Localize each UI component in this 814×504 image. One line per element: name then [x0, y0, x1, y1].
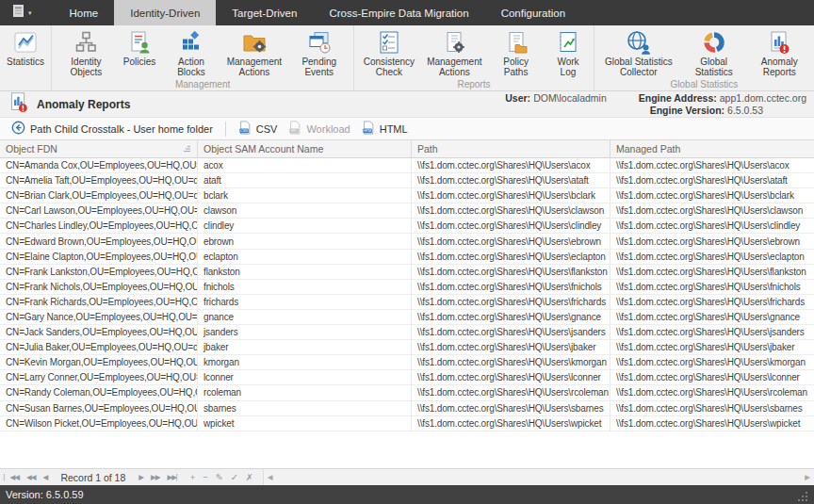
table-cell[interactable]: \\fs1.dom.cctec.org\Shares\HQ\Users\wpic… — [610, 416, 814, 431]
table-cell[interactable]: CN=Frank Lankston,OU=Employees,OU=HQ,OU=… — [0, 265, 198, 279]
table-cell[interactable]: CN=Amelia Taft,OU=Employees,OU=HQ,OU=dom… — [0, 173, 198, 187]
table-cell[interactable]: acox — [198, 158, 412, 172]
ribbon-button-action-blocks[interactable]: Action Blocks — [160, 27, 221, 77]
table-row[interactable]: CN=Larry Conner,OU=Employees,OU=HQ,OU=do… — [0, 370, 814, 385]
table-cell[interactable]: \\fs1.dom.cctec.org\Shares\HQ\Users\flan… — [412, 265, 610, 279]
table-cell[interactable]: CN=Amanda Cox,OU=Employees,OU=HQ,OU=dom,… — [0, 158, 198, 172]
table-cell[interactable]: CN=Jack Sanders,OU=Employees,OU=HQ,OU=do… — [0, 325, 198, 339]
table-cell[interactable]: \\fs1.dom.cctec.org\Shares\HQ\Users\clin… — [412, 219, 610, 233]
table-cell[interactable]: wpicket — [198, 416, 412, 431]
table-row[interactable]: CN=Frank Lankston,OU=Employees,OU=HQ,OU=… — [0, 265, 814, 280]
column-header-object-fdn[interactable]: Object FDN — [0, 140, 198, 157]
next-record-button[interactable]: ▶ — [135, 473, 147, 481]
table-cell[interactable]: CN=Frank Nichols,OU=Employees,OU=HQ,OU=d… — [0, 280, 198, 294]
edit-record-button[interactable]: ✎ — [212, 472, 227, 482]
table-cell[interactable]: CN=Susan Barnes,OU=Employees,OU=HQ,OU=do… — [0, 401, 198, 415]
table-cell[interactable]: \\fs1.dom.cctec.org\Shares\HQ\Users\bcla… — [412, 188, 610, 203]
next-page-button[interactable]: ▶▶ — [147, 473, 164, 481]
table-cell[interactable]: eclapton — [198, 250, 412, 264]
table-cell[interactable]: frichards — [198, 295, 412, 309]
table-row[interactable]: CN=Elaine Clapton,OU=Employees,OU=HQ,OU=… — [0, 250, 814, 265]
table-row[interactable]: CN=Jack Sanders,OU=Employees,OU=HQ,OU=do… — [0, 325, 814, 340]
tab-identity-driven[interactable]: Identity-Driven — [114, 0, 216, 25]
table-row[interactable]: CN=Charles Lindley,OU=Employees,OU=HQ,OU… — [0, 219, 814, 234]
table-cell[interactable]: \\fs1.dom.cctec.org\Shares\HQ\Users\acox — [610, 158, 814, 172]
delete-record-button[interactable]: − — [199, 472, 212, 482]
ribbon-button-policies[interactable]: Policies — [119, 27, 160, 67]
previous-page-button[interactable]: ◀◀ — [23, 473, 40, 481]
ribbon-button-work-log[interactable]: Work Log — [545, 27, 592, 77]
table-cell[interactable]: CN=Brian Clark,OU=Employees,OU=HQ,OU=dom… — [0, 188, 198, 203]
table-cell[interactable]: \\fs1.dom.cctec.org\Shares\HQ\Users\wpic… — [412, 416, 610, 431]
table-cell[interactable]: fnichols — [198, 280, 412, 294]
export-workload-button[interactable]: WKL Workload — [283, 118, 355, 139]
table-cell[interactable]: lconner — [198, 370, 412, 384]
column-header-managed-path[interactable]: Managed Path — [610, 140, 814, 157]
table-cell[interactable]: \\fs1.dom.cctec.org\Shares\HQ\Users\ataf… — [412, 173, 610, 187]
table-row[interactable]: CN=Frank Nichols,OU=Employees,OU=HQ,OU=d… — [0, 280, 814, 295]
ribbon-button-global-statistics-collector[interactable]: Global Statistics Collector — [596, 27, 681, 77]
column-header-object-sam-account-name[interactable]: Object SAM Account Name — [198, 140, 412, 157]
table-cell[interactable]: CN=Kevin Morgan,OU=Employees,OU=HQ,OU=do… — [0, 355, 198, 369]
table-cell[interactable]: flankston — [198, 265, 412, 279]
table-row[interactable]: CN=Carl Lawson,OU=Employees,OU=HQ,OU=dom… — [0, 203, 814, 219]
table-cell[interactable]: \\fs1.dom.cctec.org\Shares\HQ\Users\fric… — [412, 295, 610, 309]
table-row[interactable]: CN=Amanda Cox,OU=Employees,OU=HQ,OU=dom,… — [0, 158, 814, 173]
table-cell[interactable]: \\fs1.dom.cctec.org\Shares\HQ\Users\ebro… — [610, 234, 814, 248]
table-row[interactable]: CN=Edward Brown,OU=Employees,OU=HQ,OU=do… — [0, 234, 814, 249]
table-cell[interactable]: \\fs1.dom.cctec.org\Shares\HQ\Users\kmor… — [412, 355, 610, 369]
table-cell[interactable]: clindley — [198, 219, 412, 233]
table-cell[interactable]: gnance — [198, 310, 412, 324]
ribbon-button-statistics[interactable]: Statistics — [2, 27, 49, 67]
table-cell[interactable]: CN=Frank Richards,OU=Employees,OU=HQ,OU=… — [0, 295, 198, 309]
table-cell[interactable]: \\fs1.dom.cctec.org\Shares\HQ\Users\rcol… — [412, 385, 610, 399]
table-cell[interactable]: ebrown — [198, 234, 412, 248]
post-edit-button[interactable]: ✓ — [227, 472, 242, 482]
table-cell[interactable]: \\fs1.dom.cctec.org\Shares\HQ\Users\gnan… — [412, 310, 610, 324]
ribbon-button-consistency-check[interactable]: Consistency Check — [356, 27, 421, 77]
table-cell[interactable]: \\fs1.dom.cctec.org\Shares\HQ\Users\ataf… — [610, 173, 814, 187]
table-cell[interactable]: \\fs1.dom.cctec.org\Shares\HQ\Users\sbar… — [610, 401, 814, 415]
table-cell[interactable]: \\fs1.dom.cctec.org\Shares\HQ\Users\fnic… — [412, 280, 610, 294]
table-cell[interactable]: \\fs1.dom.cctec.org\Shares\HQ\Users\jbak… — [610, 340, 814, 354]
table-row[interactable]: CN=Randy Coleman,OU=Employees,OU=HQ,OU=d… — [0, 385, 814, 400]
horizontal-scrollbar[interactable]: ◀ ▶ — [263, 469, 814, 485]
scroll-right-icon[interactable]: ▶ — [801, 473, 814, 481]
table-cell[interactable]: \\fs1.dom.cctec.org\Shares\HQ\Users\claw… — [412, 203, 610, 218]
table-cell[interactable]: \\fs1.dom.cctec.org\Shares\HQ\Users\fric… — [610, 295, 814, 309]
table-cell[interactable]: \\fs1.dom.cctec.org\Shares\HQ\Users\ecla… — [610, 250, 814, 264]
column-header-path[interactable]: Path — [412, 140, 610, 157]
table-cell[interactable]: \\fs1.dom.cctec.org\Shares\HQ\Users\fnic… — [610, 280, 814, 294]
table-cell[interactable]: jbaker — [198, 340, 412, 354]
tab-home[interactable]: Home — [54, 0, 115, 25]
table-cell[interactable]: \\fs1.dom.cctec.org\Shares\HQ\Users\rcol… — [610, 385, 814, 399]
table-cell[interactable]: jsanders — [198, 325, 412, 339]
ribbon-button-management-actions-report[interactable]: Management Actions — [422, 27, 487, 77]
table-cell[interactable]: CN=Wilson Picket,OU=Employees,OU=HQ,OU=d… — [0, 416, 198, 431]
append-record-button[interactable]: + — [187, 472, 200, 482]
table-cell[interactable]: CN=Carl Lawson,OU=Employees,OU=HQ,OU=dom… — [0, 203, 198, 218]
scroll-left-icon[interactable]: ◀ — [264, 473, 277, 481]
table-cell[interactable]: CN=Charles Lindley,OU=Employees,OU=HQ,OU… — [0, 219, 198, 233]
table-cell[interactable]: bclark — [198, 188, 412, 203]
table-row[interactable]: CN=Kevin Morgan,OU=Employees,OU=HQ,OU=do… — [0, 355, 814, 370]
table-cell[interactable]: CN=Edward Brown,OU=Employees,OU=HQ,OU=do… — [0, 234, 198, 248]
table-cell[interactable]: \\fs1.dom.cctec.org\Shares\HQ\Users\jsan… — [412, 325, 610, 339]
table-cell[interactable]: kmorgan — [198, 355, 412, 369]
table-cell[interactable]: \\fs1.dom.cctec.org\Shares\HQ\Users\flan… — [610, 265, 814, 279]
table-row[interactable]: CN=Amelia Taft,OU=Employees,OU=HQ,OU=dom… — [0, 173, 814, 188]
table-cell[interactable]: \\fs1.dom.cctec.org\Shares\HQ\Users\gnan… — [610, 310, 814, 324]
last-record-button[interactable]: ▶▶⎸ — [164, 473, 187, 482]
table-cell[interactable]: CN=Julia Baker,OU=Employees,OU=HQ,OU=dom… — [0, 340, 198, 354]
export-csv-button[interactable]: CSV CSV — [233, 118, 284, 139]
cancel-edit-button[interactable]: ✗ — [242, 472, 257, 482]
table-cell[interactable]: clawson — [198, 203, 412, 218]
application-menu-button[interactable]: ▾ — [4, 0, 41, 25]
previous-record-button[interactable]: ◀ — [40, 473, 52, 481]
ribbon-button-identity-objects[interactable]: Identity Objects — [54, 27, 119, 77]
back-button[interactable]: Path Child Crosstalk - User home folder — [6, 118, 219, 139]
table-cell[interactable]: \\fs1.dom.cctec.org\Shares\HQ\Users\bcla… — [610, 188, 814, 203]
resize-grip-icon[interactable] — [798, 492, 808, 504]
ribbon-button-policy-paths[interactable]: Policy Paths — [487, 27, 545, 77]
table-cell[interactable]: \\fs1.dom.cctec.org\Shares\HQ\Users\acox — [412, 158, 610, 172]
